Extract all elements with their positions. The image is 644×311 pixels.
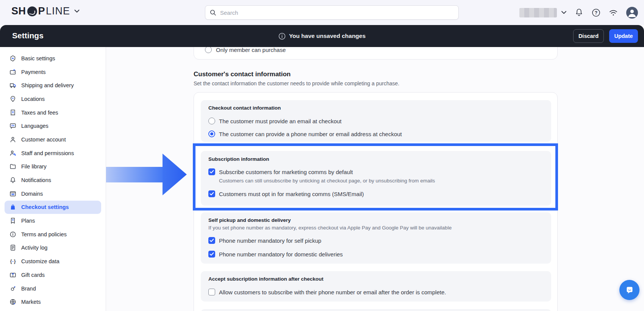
- logo-text: LINE: [46, 5, 70, 17]
- subsection-title: Accept subscription information after ch…: [208, 276, 324, 282]
- checkbox-unchecked[interactable]: [208, 289, 215, 295]
- checkbox-label: Phone number mandatory for self pickup: [219, 237, 321, 244]
- sidebar-item-label: Terms and policies: [21, 231, 67, 237]
- sidebar-item-domains[interactable]: Domains: [0, 187, 106, 201]
- settings-sidebar: Basic settings Payments Shipping and del…: [0, 47, 106, 311]
- braces-icon: {}: [9, 258, 16, 265]
- sidebar-item-label: Markets: [21, 299, 41, 305]
- checkbox-row[interactable]: Subscribe customers for marketing comms …: [208, 168, 353, 176]
- checkbox-help-text: Customers can still unsubscribe by untic…: [219, 178, 435, 184]
- sidebar-item-markets[interactable]: Markets: [0, 295, 106, 309]
- checkbox-row[interactable]: Customers must opt in for marketing comm…: [208, 190, 364, 198]
- section-heading: Customer's contact information: [194, 71, 291, 78]
- topbar-right-controls: ?: [519, 0, 638, 25]
- sidebar-item-brand[interactable]: Brand: [0, 282, 106, 295]
- sidebar-item-customize-data[interactable]: {} Customize data: [0, 254, 106, 268]
- sidebar-item-file-library[interactable]: File library: [0, 160, 106, 174]
- checkbox-row[interactable]: Allow customers to subscribe with their …: [208, 288, 446, 296]
- subsection-title: Checkout contact information: [208, 105, 281, 111]
- radio-option-row[interactable]: The customer can provide a phone number …: [208, 130, 402, 138]
- shopline-logo[interactable]: SHOPLINE: [11, 5, 80, 17]
- section-description: Set the contact information the customer…: [194, 80, 399, 86]
- bookmark-icon: [9, 217, 16, 224]
- checkbox-label: Subscribe customers for marketing comms …: [219, 169, 353, 175]
- arrow-head: [163, 154, 187, 195]
- chevron-down-icon[interactable]: [74, 9, 80, 13]
- sidebar-item-label: Notifications: [21, 177, 51, 183]
- search-input[interactable]: [219, 9, 454, 16]
- chat-widget-button[interactable]: [619, 280, 639, 300]
- sidebar-item-activity-log[interactable]: Activity log: [0, 241, 106, 255]
- person-icon: [9, 136, 16, 143]
- wallet-icon: [9, 69, 16, 75]
- sidebar-item-label: Customer account: [21, 137, 66, 143]
- checkbox-checked[interactable]: [208, 168, 215, 175]
- language-bubble-icon: EN: [9, 123, 16, 129]
- person-key-icon: [9, 150, 16, 157]
- sidebar-item-basic-settings[interactable]: Basic settings: [0, 52, 106, 65]
- logo-o-mark: O: [27, 6, 37, 16]
- next-section-clipped: [201, 309, 551, 311]
- sidebar-item-payments[interactable]: Payments: [0, 65, 106, 79]
- checkbox-row[interactable]: Phone number mandatory for self pickup: [208, 237, 321, 244]
- radio-checked[interactable]: [208, 130, 215, 137]
- radio-option-row[interactable]: Only member can purchase: [205, 46, 286, 53]
- subsection-title: Self pickup and domestic delivery: [208, 217, 291, 223]
- sidebar-item-plans[interactable]: Plans: [0, 214, 106, 228]
- checkbox-label: Allow customers to subscribe with their …: [219, 289, 446, 295]
- notifications-bell-icon[interactable]: [575, 8, 583, 17]
- sidebar-item-label: Shipping and delivery: [21, 82, 74, 88]
- radio-option-row[interactable]: The customer must provide an email at ch…: [208, 117, 341, 125]
- radio-label: Only member can purchase: [216, 47, 286, 53]
- update-button[interactable]: Update: [609, 29, 638, 43]
- sidebar-item-label: Staff and permissions: [21, 150, 74, 156]
- shopline-admin-window: SHOPLINE ?: [0, 0, 644, 311]
- sidebar-item-label: Taxes and fees: [21, 110, 58, 116]
- sidebar-item-locations[interactable]: Locations: [0, 92, 106, 106]
- checkbox-checked[interactable]: [208, 251, 215, 258]
- top-bar: SHOPLINE ?: [0, 0, 644, 25]
- checkout-contact-section: Checkout contact information The custome…: [201, 100, 551, 142]
- location-pin-icon: [9, 96, 16, 102]
- sidebar-item-label: Payments: [21, 69, 45, 75]
- radio-unchecked[interactable]: [208, 118, 215, 124]
- settings-header-bar: Settings You have unsaved changes Discar…: [0, 25, 644, 47]
- sidebar-item-label: Checkout settings: [21, 204, 69, 210]
- sidebar-item-staff[interactable]: Staff and permissions: [0, 146, 106, 160]
- sidebar-item-taxes[interactable]: Taxes and fees: [0, 106, 106, 119]
- sidebar-item-label: Locations: [21, 96, 45, 102]
- sidebar-item-label: Languages: [21, 123, 48, 129]
- checkbox-checked[interactable]: [208, 190, 215, 197]
- self-pickup-section: Self pickup and domestic delivery If you…: [201, 212, 551, 264]
- checkbox-checked[interactable]: [208, 237, 215, 244]
- sidebar-item-shipping[interactable]: Shipping and delivery: [0, 79, 106, 92]
- gift-card-icon: [9, 272, 16, 278]
- main-content: Only member can purchase Customer's cont…: [106, 47, 644, 311]
- avatar[interactable]: [626, 7, 638, 19]
- receipt-icon: [9, 109, 16, 116]
- logo-text: SH: [11, 5, 26, 17]
- sidebar-item-label: Brand: [21, 286, 36, 292]
- svg-text:}: }: [14, 259, 16, 264]
- wifi-icon[interactable]: [609, 9, 618, 16]
- subscription-information-section: Subscription information Subscribe custo…: [201, 151, 551, 206]
- checkbox-row[interactable]: Phone number mandatory for domestic deli…: [208, 250, 343, 258]
- bag-icon: [9, 204, 16, 210]
- radio-unchecked[interactable]: [205, 46, 212, 53]
- sidebar-item-label: Customize data: [21, 258, 59, 264]
- sidebar-item-gift-cards[interactable]: Gift cards: [0, 268, 106, 282]
- discard-button[interactable]: Discard: [573, 29, 604, 43]
- help-icon[interactable]: ?: [592, 8, 600, 17]
- accept-subscription-section: Accept subscription information after ch…: [201, 271, 551, 302]
- sidebar-item-terms[interactable]: Terms and policies: [0, 228, 106, 241]
- logo-text: P: [38, 5, 45, 17]
- svg-text:EN: EN: [11, 125, 14, 127]
- sidebar-item-label: Domains: [21, 191, 43, 197]
- checkbox-label: Customers must opt in for marketing comm…: [219, 191, 364, 197]
- sidebar-item-customer-account[interactable]: Customer account: [0, 133, 106, 146]
- sidebar-item-languages[interactable]: EN Languages: [0, 119, 106, 133]
- sidebar-item-checkout-settings[interactable]: Checkout settings: [5, 201, 101, 214]
- chevron-down-icon[interactable]: [561, 11, 566, 14]
- svg-text:{: {: [10, 259, 12, 264]
- sidebar-item-notifications[interactable]: Notifications: [0, 173, 106, 187]
